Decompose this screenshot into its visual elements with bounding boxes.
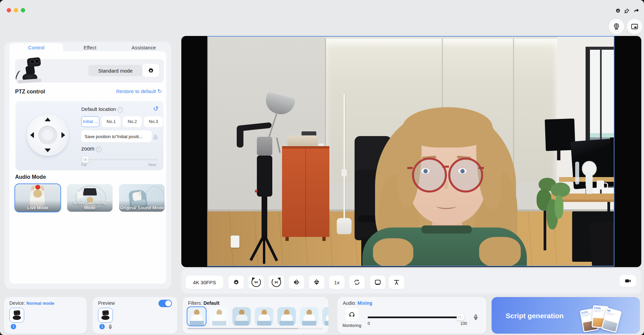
- preview-camera-thumb[interactable]: [98, 308, 113, 323]
- sync-button[interactable]: [349, 276, 365, 289]
- audio-mode-original-label: Original Sound Mode: [119, 205, 165, 210]
- location-undo-icon[interactable]: ↺: [153, 105, 158, 113]
- audio-mic-icon[interactable]: [472, 313, 480, 321]
- video-toolbar: 4K 30FPS 90 90 1x: [181, 269, 641, 294]
- filter-thumb[interactable]: [210, 307, 228, 326]
- record-button[interactable]: [619, 275, 636, 287]
- minimize-button[interactable]: [14, 8, 18, 12]
- camera-live-view: [207, 36, 614, 266]
- restore-refresh-icon: ↻: [157, 88, 162, 94]
- scene-floor-lamp: [335, 94, 356, 235]
- tripod-button[interactable]: [389, 276, 404, 289]
- flip-vertical-icon: [313, 279, 320, 286]
- pip-button[interactable]: [627, 19, 642, 34]
- filters-scrollbar-thumb[interactable]: [187, 328, 298, 329]
- save-position-button[interactable]: Save position to"Initial positi...: [81, 130, 152, 142]
- ptz-dpad[interactable]: [27, 114, 68, 156]
- device-mode-link[interactable]: Normal mode: [27, 301, 54, 306]
- audio-mode-original-sound[interactable]: Original Sound Mode: [119, 184, 165, 212]
- tripod-icon: [393, 279, 400, 286]
- picture-in-picture-icon: [631, 23, 639, 31]
- volume-slider[interactable]: [368, 314, 468, 321]
- restore-default-link[interactable]: Restore to default ↻: [116, 88, 162, 94]
- script-generation-title: Script generation: [506, 312, 564, 320]
- dpad-left-arrow[interactable]: [30, 132, 34, 138]
- zoom-slider-handle[interactable]: [82, 157, 89, 163]
- zoom-button[interactable]: [21, 8, 25, 12]
- audio-panel: Audio: Mixing Monitoring 0 100: [337, 297, 486, 334]
- volume-slider-handle[interactable]: [457, 314, 464, 321]
- webcam-icon: [612, 23, 620, 31]
- tab-assistance[interactable]: Assistance: [117, 45, 171, 50]
- filter-thumb[interactable]: [187, 306, 206, 326]
- device-count-badge: 1: [11, 324, 16, 329]
- preview-toggle[interactable]: [158, 300, 172, 307]
- filter-thumb[interactable]: [232, 307, 251, 326]
- resolution-button[interactable]: 4K 30FPS: [186, 276, 223, 289]
- filter-thumb[interactable]: [277, 307, 296, 326]
- headphones-icon: [349, 311, 355, 318]
- zoom-slider[interactable]: [81, 157, 158, 163]
- control-panel: Control Effect Assistance Standard mode …: [4, 42, 171, 289]
- camera-mode-select[interactable]: Standard mode: [88, 65, 142, 76]
- clear-positions-icon[interactable]: [152, 133, 159, 140]
- script-generation-card[interactable]: Script generation VLOG FOOD ME: [492, 297, 640, 334]
- whiteboard-button[interactable]: [370, 276, 385, 289]
- filter-thumb[interactable]: [300, 307, 318, 326]
- audio-mode-title: Audio Mode: [15, 174, 46, 180]
- camera-mode-settings-button[interactable]: [142, 64, 159, 77]
- scene-plant: [535, 178, 579, 235]
- audio-mode-noise-canceling[interactable]: Noise Canceling Mode: [67, 184, 112, 212]
- tab-control-label[interactable]: Control: [9, 45, 63, 50]
- scene-vacuum: [231, 121, 292, 265]
- info-icon[interactable]: !: [96, 147, 101, 152]
- zoom-label: zoom !: [81, 146, 101, 152]
- dpad-up-arrow[interactable]: [45, 118, 51, 121]
- dpad-center[interactable]: [38, 126, 57, 144]
- pin-icon[interactable]: [624, 7, 630, 14]
- volume-min-label: 0: [368, 321, 370, 326]
- gear-icon: [233, 279, 239, 286]
- scene-socket: [231, 236, 239, 248]
- rotate-cw-90-icon: 90: [272, 278, 281, 287]
- preview-mic-icon[interactable]: [107, 323, 113, 330]
- rotate-cw-button[interactable]: 90: [269, 276, 284, 289]
- preview-count-badge: 1: [99, 324, 105, 329]
- device-camera-thumb[interactable]: [9, 308, 24, 323]
- app-window: Control Effect Assistance Standard mode …: [0, 0, 644, 335]
- audio-mode-live-label: Live Mode: [15, 205, 60, 210]
- volume-max-label: 100: [460, 321, 467, 326]
- info-icon[interactable]: !: [118, 107, 123, 113]
- zoom-slider-track[interactable]: [81, 159, 158, 160]
- gear-icon: [148, 68, 154, 74]
- filter-thumb[interactable]: [255, 307, 273, 326]
- preset-no2-button[interactable]: No.2: [123, 116, 142, 127]
- tab-effect[interactable]: Effect: [63, 45, 117, 50]
- video-stage: [181, 36, 641, 267]
- device-panel-title: Device: Normal mode: [9, 300, 54, 306]
- sync-icon: [353, 279, 361, 286]
- rotate-ccw-button[interactable]: 90: [248, 276, 264, 289]
- speed-label: 1x: [334, 280, 339, 285]
- audio-mixing-link[interactable]: Mixing: [358, 300, 372, 306]
- monitoring-button[interactable]: [345, 308, 359, 321]
- share-icon[interactable]: [633, 7, 640, 14]
- flip-horizontal-icon: [293, 279, 300, 286]
- preset-initial-button[interactable]: Initial ...: [81, 116, 99, 127]
- flip-vertical-button[interactable]: [309, 276, 324, 289]
- speed-button[interactable]: 1x: [329, 276, 344, 289]
- preview-panel: Preview 1: [93, 297, 177, 334]
- filters-scrollbar-track[interactable]: [187, 328, 323, 329]
- virtual-camera-button[interactable]: [609, 19, 624, 34]
- audio-mode-live[interactable]: Live Mode: [15, 184, 60, 212]
- resolution-label: 4K 30FPS: [193, 280, 216, 285]
- video-settings-button[interactable]: [228, 276, 244, 289]
- flip-horizontal-button[interactable]: [289, 276, 304, 289]
- filter-thumb[interactable]: [322, 307, 328, 326]
- preset-no3-button[interactable]: No.3: [144, 116, 163, 127]
- preset-no1-button[interactable]: No.1: [102, 116, 121, 127]
- dpad-down-arrow[interactable]: [45, 149, 51, 152]
- settings-icon[interactable]: [614, 7, 621, 14]
- dpad-right-arrow[interactable]: [61, 132, 65, 138]
- close-button[interactable]: [7, 8, 11, 12]
